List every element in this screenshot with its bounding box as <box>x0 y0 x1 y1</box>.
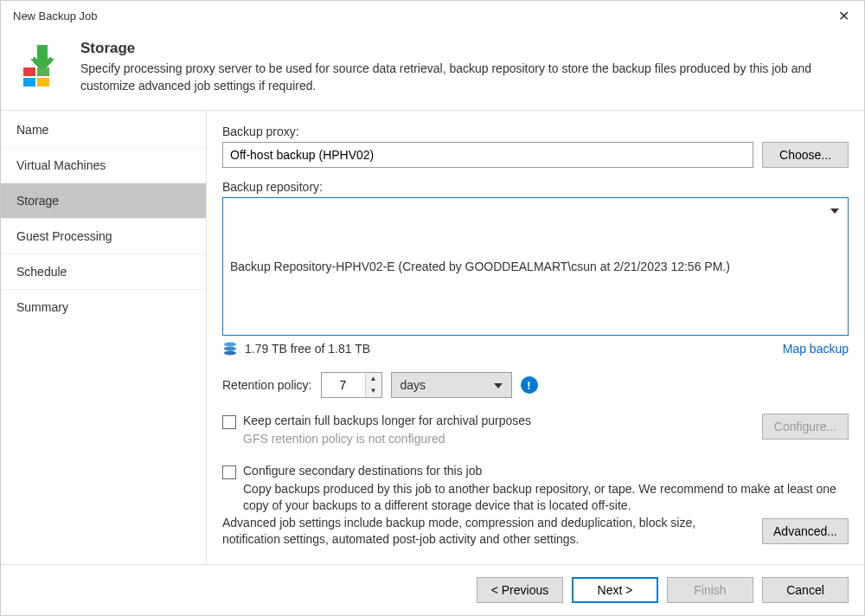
retention-unit-select[interactable]: days <box>391 372 512 398</box>
backup-repository-value: Backup Repository-HPHV02-E (Created by G… <box>230 260 730 273</box>
backup-repository-label: Backup repository: <box>222 180 849 194</box>
sidebar-item-storage[interactable]: Storage <box>1 183 206 218</box>
svg-rect-1 <box>23 67 35 76</box>
spinner-up-icon[interactable]: ▲ <box>366 373 381 385</box>
sidebar-item-schedule[interactable]: Schedule <box>1 253 206 289</box>
secondary-destinations-label: Configure secondary destinations for thi… <box>243 464 849 478</box>
backup-repository-select[interactable]: Backup Repository-HPHV02-E (Created by G… <box>222 197 849 336</box>
svg-rect-2 <box>37 67 49 76</box>
previous-button[interactable]: < Previous <box>477 577 563 603</box>
secondary-destinations-description: Copy backups produced by this job to ano… <box>243 481 849 515</box>
page-subtitle: Specify processing proxy server to be us… <box>80 61 849 94</box>
close-icon[interactable]: ✕ <box>835 8 852 24</box>
sidebar-item-summary[interactable]: Summary <box>1 289 206 324</box>
svg-rect-3 <box>23 78 35 87</box>
map-backup-link[interactable]: Map backup <box>783 342 849 356</box>
sidebar-item-guest-processing[interactable]: Guest Processing <box>1 218 206 253</box>
choose-button[interactable]: Choose... <box>762 142 849 168</box>
footer: < Previous Next > Finish Cancel <box>1 564 864 615</box>
finish-button: Finish <box>667 577 753 603</box>
info-icon[interactable]: ! <box>521 376 538 394</box>
retention-unit-value: days <box>400 378 426 392</box>
window-title: New Backup Job <box>13 10 98 22</box>
advanced-settings-text: Advanced job settings include backup mod… <box>222 515 753 549</box>
svg-rect-4 <box>37 78 49 87</box>
svg-point-7 <box>224 351 236 356</box>
svg-point-6 <box>224 347 236 351</box>
retention-value-input[interactable] <box>322 373 365 397</box>
disk-stack-icon <box>222 341 238 356</box>
free-space-text: 1.79 TB free of 1.81 TB <box>245 342 370 356</box>
header: Storage Specify processing proxy server … <box>1 31 864 110</box>
gfs-checkbox-label: Keep certain full backups longer for arc… <box>243 414 762 427</box>
sidebar-item-virtual-machines[interactable]: Virtual Machines <box>1 147 206 183</box>
wizard-window: New Backup Job ✕ Storage Specify process… <box>0 0 865 616</box>
header-text: Storage Specify processing proxy server … <box>80 40 849 94</box>
gfs-sublabel: GFS retention policy is not configured <box>243 431 762 448</box>
titlebar: New Backup Job ✕ <box>1 1 864 31</box>
backup-proxy-input[interactable] <box>222 142 753 168</box>
storage-hero-icon <box>16 40 68 92</box>
retention-value-stepper[interactable]: ▲ ▼ <box>321 372 382 398</box>
sidebar-item-name[interactable]: Name <box>1 112 206 147</box>
spinner-down-icon[interactable]: ▼ <box>366 385 381 397</box>
gfs-checkbox[interactable] <box>222 415 236 429</box>
backup-proxy-label: Backup proxy: <box>222 125 849 138</box>
page-title: Storage <box>80 40 849 57</box>
next-button[interactable]: Next > <box>572 577 658 603</box>
configure-button: Configure... <box>762 414 849 440</box>
secondary-destinations-checkbox[interactable] <box>222 465 236 479</box>
svg-point-5 <box>224 343 236 347</box>
cancel-button[interactable]: Cancel <box>762 577 849 603</box>
sidebar: Name Virtual Machines Storage Guest Proc… <box>1 111 207 564</box>
advanced-button[interactable]: Advanced... <box>762 518 849 544</box>
body: Name Virtual Machines Storage Guest Proc… <box>1 111 864 564</box>
retention-policy-label: Retention policy: <box>222 378 312 392</box>
main-panel: Backup proxy: Choose... Backup repositor… <box>207 111 864 564</box>
